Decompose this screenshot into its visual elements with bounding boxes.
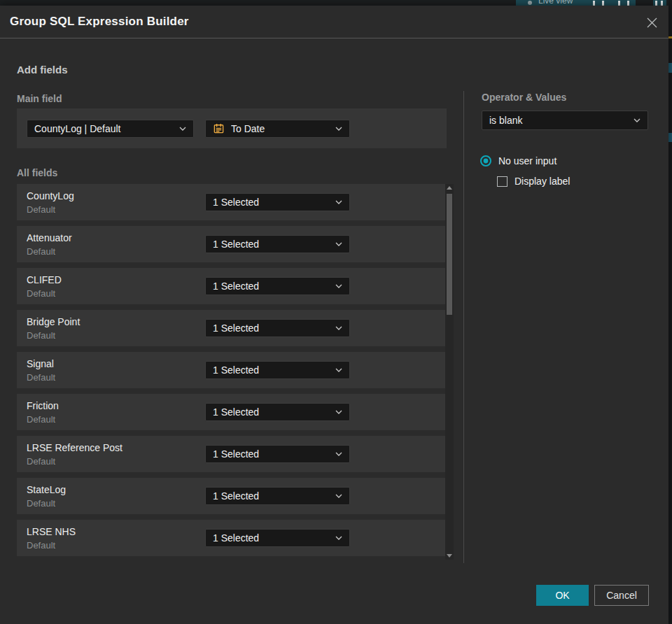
background-fragment (668, 36, 672, 38)
live-view-label: Live view (538, 0, 573, 6)
selected-count-label: 1 Selected (213, 364, 330, 376)
toolbar-tick-icon (655, 1, 657, 6)
selected-count-label: 1 Selected (213, 239, 330, 250)
main-field-select[interactable]: CountyLog | Default (27, 120, 194, 138)
group-sql-expression-builder-dialog: Group SQL Expression Builder Add fields … (0, 6, 668, 624)
field-name: Signal (27, 358, 54, 369)
field-selection-dropdown[interactable]: 1 Selected (205, 277, 350, 295)
chevron-down-icon (335, 242, 342, 246)
all-fields-label: All fields (17, 167, 57, 178)
scrollbar-thumb[interactable] (447, 194, 452, 315)
field-row: Friction Default 1 Selected (17, 394, 447, 430)
field-type: Default (27, 288, 55, 299)
selected-count-label: 1 Selected (213, 281, 330, 292)
close-icon (646, 17, 658, 29)
field-row: LRSE Reference Post Default 1 Selected (17, 436, 447, 472)
field-type: Default (27, 372, 55, 383)
radio-selected-icon (479, 155, 492, 167)
main-field-type-select[interactable]: To Date (205, 120, 350, 138)
field-selection-dropdown[interactable]: 1 Selected (205, 403, 350, 421)
selected-count-label: 1 Selected (213, 448, 330, 460)
field-name: LRSE Reference Post (27, 442, 122, 453)
main-field-select-value: CountyLog | Default (34, 123, 174, 134)
main-field-label: Main field (17, 93, 62, 104)
chevron-down-icon (335, 284, 342, 288)
no-user-input-label: No user input (498, 155, 556, 166)
cancel-button[interactable]: Cancel (594, 585, 649, 606)
chevron-down-icon (335, 127, 342, 131)
field-row: Attenuator Default 1 Selected (17, 226, 447, 262)
display-label-label: Display label (514, 176, 570, 187)
background-fragment (668, 133, 672, 142)
field-type: Default (27, 456, 55, 467)
chevron-down-icon (634, 118, 640, 122)
toolbar-tick-icon (593, 1, 595, 6)
selected-count-label: 1 Selected (213, 406, 330, 418)
ok-button[interactable]: OK (536, 585, 589, 606)
toolbar-tick-icon (661, 1, 663, 6)
checkbox-unchecked-icon (497, 176, 507, 187)
field-name: CountyLog (27, 190, 74, 201)
field-row: LRSE NHS Default 1 Selected (17, 520, 447, 556)
field-row: Signal Default 1 Selected (17, 352, 447, 388)
field-type: Default (27, 540, 55, 551)
field-name: LRSE NHS (27, 526, 76, 537)
no-user-input-radio[interactable]: No user input (479, 155, 556, 167)
chevron-down-icon (179, 127, 186, 131)
chevron-down-icon (335, 200, 342, 204)
operator-values-heading: Operator & Values (482, 92, 566, 103)
selected-count-label: 1 Selected (213, 490, 330, 502)
display-label-checkbox[interactable]: Display label (497, 176, 570, 187)
field-type: Default (27, 498, 55, 509)
field-row: CLIFED Default 1 Selected (17, 268, 447, 304)
field-type: Default (27, 330, 55, 341)
chevron-down-icon (335, 326, 342, 330)
background-toolbar-fragment (653, 0, 666, 6)
add-fields-heading: Add fields (17, 64, 68, 76)
field-selection-dropdown[interactable]: 1 Selected (205, 319, 350, 337)
field-type: Default (27, 414, 55, 425)
scroll-up-icon[interactable] (447, 186, 452, 190)
field-selection-dropdown[interactable]: 1 Selected (205, 529, 350, 547)
selected-count-label: 1 Selected (213, 197, 330, 208)
scroll-down-icon[interactable] (447, 554, 452, 558)
field-selection-dropdown[interactable]: 1 Selected (205, 235, 350, 253)
field-selection-dropdown[interactable]: 1 Selected (205, 193, 350, 211)
field-name: Attenuator (27, 232, 72, 243)
field-row: CountyLog Default 1 Selected (17, 184, 447, 220)
field-type: Default (27, 204, 55, 215)
live-view-dot-icon (528, 1, 532, 5)
dialog-title: Group SQL Expression Builder (10, 15, 189, 29)
chevron-down-icon (335, 410, 342, 414)
operator-select-value: is blank (489, 115, 628, 126)
toolbar-tick-icon (602, 1, 604, 6)
chevron-down-icon (335, 494, 342, 498)
field-row: StateLog Default 1 Selected (17, 478, 447, 514)
toolbar-tick-icon (627, 1, 629, 6)
background-app-strip: Live view (0, 0, 672, 6)
toolbar-tick-icon (618, 1, 620, 6)
live-view-toggle: Live view (516, 0, 636, 6)
main-field-panel: CountyLog | Default To Date (17, 108, 447, 148)
field-name: CLIFED (27, 274, 62, 285)
selected-count-label: 1 Selected (213, 532, 330, 544)
panel-divider (463, 91, 464, 563)
field-name: StateLog (27, 484, 66, 495)
field-selection-dropdown[interactable]: 1 Selected (205, 487, 350, 505)
field-selection-dropdown[interactable]: 1 Selected (205, 361, 350, 379)
field-selection-dropdown[interactable]: 1 Selected (205, 445, 350, 463)
close-button[interactable] (644, 15, 659, 30)
field-type: Default (27, 246, 55, 257)
scrollbar[interactable] (445, 184, 454, 560)
chevron-down-icon (335, 536, 342, 540)
calendar-date-icon (213, 122, 225, 134)
background-fragment (668, 63, 672, 73)
operator-select[interactable]: is blank (482, 111, 648, 130)
field-name: Friction (27, 400, 59, 411)
all-fields-list: CountyLog Default 1 Selected Attenuator … (17, 184, 447, 562)
chevron-down-icon (335, 452, 342, 456)
chevron-down-icon (335, 368, 342, 372)
selected-count-label: 1 Selected (213, 322, 330, 334)
main-field-type-value: To Date (231, 123, 330, 134)
field-name: Bridge Point (27, 316, 80, 327)
